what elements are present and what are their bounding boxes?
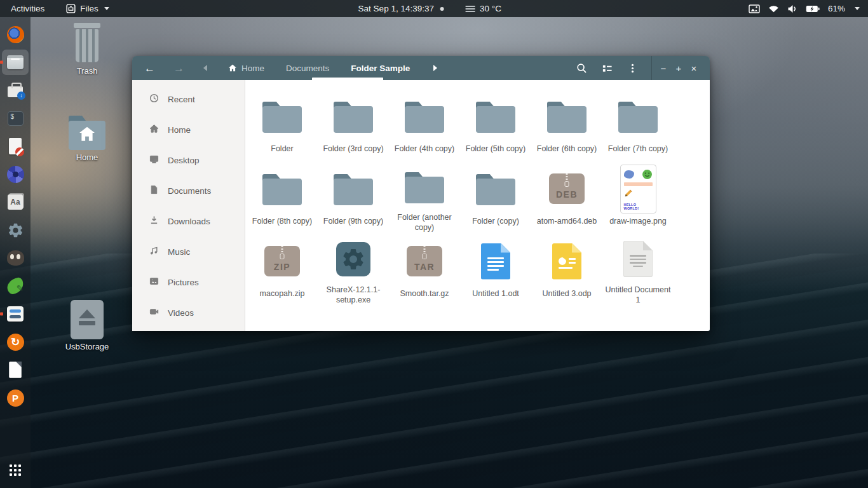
ubuntu-software-icon <box>8 86 23 97</box>
file-item[interactable]: Folder (3rd copy) <box>319 88 388 160</box>
file-item[interactable]: HELLO WORLD!draw-image.png <box>604 160 672 233</box>
folder-icon <box>262 172 302 205</box>
dock-item-gimp[interactable] <box>2 245 29 271</box>
archive-badge: DEB <box>556 189 578 200</box>
folder-icon <box>405 170 444 203</box>
path-scroll-left-icon[interactable] <box>203 65 207 71</box>
sidebar-item-label: Downloads <box>168 217 210 226</box>
search-icon <box>576 63 587 74</box>
path-scroll-right-icon[interactable] <box>433 65 437 71</box>
sidebar-item-label: Pictures <box>168 278 199 287</box>
home-icon <box>149 124 159 135</box>
file-name: macopah.zip <box>260 288 305 299</box>
restricted-document-app-icon <box>9 138 22 154</box>
chevron-down-icon <box>104 7 109 10</box>
dock-item-files[interactable] <box>2 50 29 75</box>
desktop-icon-trash[interactable]: Trash <box>62 23 112 76</box>
forward-button[interactable]: → <box>170 62 188 75</box>
file-item[interactable]: Folder (8th copy) <box>248 160 316 233</box>
dock-item-software-updater[interactable]: ↻ <box>2 329 29 355</box>
sidebar-item-recent[interactable]: Recent <box>132 84 245 114</box>
sidebar-item-documents[interactable]: Documents <box>132 175 245 206</box>
file-item[interactable]: Folder (6th copy) <box>532 88 601 160</box>
file-item[interactable]: Folder (another copy) <box>390 160 459 233</box>
desktop-icon-usb[interactable]: UsbStorage <box>62 300 112 351</box>
file-item[interactable]: Folder (7th copy) <box>604 88 672 160</box>
view-toggle-button[interactable] <box>594 56 620 80</box>
dock-item-leafpad-text-editor[interactable] <box>2 273 29 299</box>
menu-button[interactable] <box>620 56 645 80</box>
file-name: Folder (7th copy) <box>608 144 668 154</box>
archive-icon: ZIP <box>264 246 300 276</box>
file-item[interactable]: Untitled Document 1 <box>604 233 672 305</box>
file-item[interactable]: Folder (5th copy) <box>461 88 530 160</box>
dock-item-p-app[interactable]: P <box>2 385 29 410</box>
p-app-icon: P <box>7 390 24 407</box>
dock-item-terminal[interactable]: $ <box>2 105 29 131</box>
window-titlebar[interactable]: ← → HomeDocumentsFolder Sample − + × <box>132 56 710 80</box>
screenshot-photo-icon <box>749 4 760 13</box>
sidebar-item-home[interactable]: Home <box>132 114 245 145</box>
breadcrumb-documents[interactable]: Documents <box>275 64 340 73</box>
show-applications-button[interactable] <box>2 458 29 483</box>
clock[interactable]: Sat Sep 1, 14:39:37 <box>358 4 434 13</box>
minimize-button[interactable]: − <box>656 56 671 80</box>
file-item[interactable]: ShareX-12.1.1-setup.exe <box>319 233 388 305</box>
breadcrumb-home[interactable]: Home <box>217 64 275 73</box>
folder-icon <box>334 172 373 205</box>
search-button[interactable] <box>569 56 594 80</box>
dock-item-font-viewer[interactable]: Aa <box>2 189 29 215</box>
file-item[interactable]: TARSmooth.tar.gz <box>390 233 459 305</box>
file-item[interactable]: Untitled 1.odt <box>461 233 530 305</box>
file-item[interactable]: Folder (9th copy) <box>319 160 388 233</box>
file-grid: FolderFolder (3rd copy)Folder (4th copy)… <box>245 80 710 331</box>
dock-item-photo-aperture-app[interactable] <box>2 161 29 187</box>
kebab-menu-icon <box>627 63 638 74</box>
dock-item-restricted-document-app[interactable] <box>2 133 29 159</box>
app-menu-label: Files <box>80 4 98 13</box>
thumbnail-text: HELLO WORLD! <box>624 203 653 210</box>
recent-icon <box>149 93 159 105</box>
file-item[interactable]: Untitled 3.odp <box>532 233 601 305</box>
sidebar-item-pictures[interactable]: Pictures <box>132 267 245 297</box>
archive-icon: DEB <box>549 173 585 204</box>
sidebar-item-downloads[interactable]: Downloads <box>132 206 245 236</box>
app-menu[interactable]: Files <box>66 4 109 13</box>
file-item[interactable]: Folder <box>248 88 316 160</box>
breadcrumb-folder-sample[interactable]: Folder Sample <box>340 64 421 73</box>
settings-icon <box>7 222 24 239</box>
file-item[interactable]: Folder (copy) <box>461 160 530 233</box>
breadcrumb-label: Home <box>241 64 264 73</box>
desktop-icon-home[interactable]: Home <box>62 114 112 162</box>
file-name: Folder (6th copy) <box>537 144 597 154</box>
sidebar-item-label: Home <box>168 125 191 135</box>
dock-item-settings[interactable] <box>2 217 29 243</box>
app-grid-icon <box>10 464 12 467</box>
breadcrumb: HomeDocumentsFolder Sample <box>217 64 421 73</box>
sidebar-item-videos[interactable]: Videos <box>132 297 245 328</box>
back-button[interactable]: ← <box>140 62 159 75</box>
weather-indicator[interactable]: 30 °C <box>466 4 501 13</box>
dock-item-libreoffice[interactable] <box>2 357 29 383</box>
file-item[interactable]: DEBatom-amd64.deb <box>532 160 601 233</box>
maximize-button[interactable]: + <box>671 56 686 80</box>
plain-document-icon <box>623 241 653 277</box>
videos-icon <box>149 307 159 318</box>
system-tray[interactable]: 61% <box>749 4 868 13</box>
file-item[interactable]: ZIPmacopah.zip <box>248 233 316 305</box>
dock-item-gnome-tweaks[interactable] <box>2 301 29 327</box>
sidebar-item-desktop[interactable]: Desktop <box>132 145 245 175</box>
activities-button[interactable]: Activities <box>8 4 47 13</box>
file-item[interactable]: Folder (4th copy) <box>390 88 459 160</box>
odp-presentation-icon <box>552 243 581 280</box>
files-app-icon <box>66 4 76 13</box>
dock-item-firefox[interactable] <box>2 22 29 47</box>
close-button[interactable]: × <box>686 56 702 80</box>
battery-charging-icon <box>806 5 820 13</box>
file-name: Folder (copy) <box>472 216 519 226</box>
folder-icon <box>476 172 515 205</box>
sidebar-item-label: Recent <box>168 95 195 104</box>
dock-item-ubuntu-software[interactable] <box>2 78 29 103</box>
font-viewer-icon: Aa <box>8 194 23 210</box>
sidebar-item-music[interactable]: Music <box>132 236 245 267</box>
